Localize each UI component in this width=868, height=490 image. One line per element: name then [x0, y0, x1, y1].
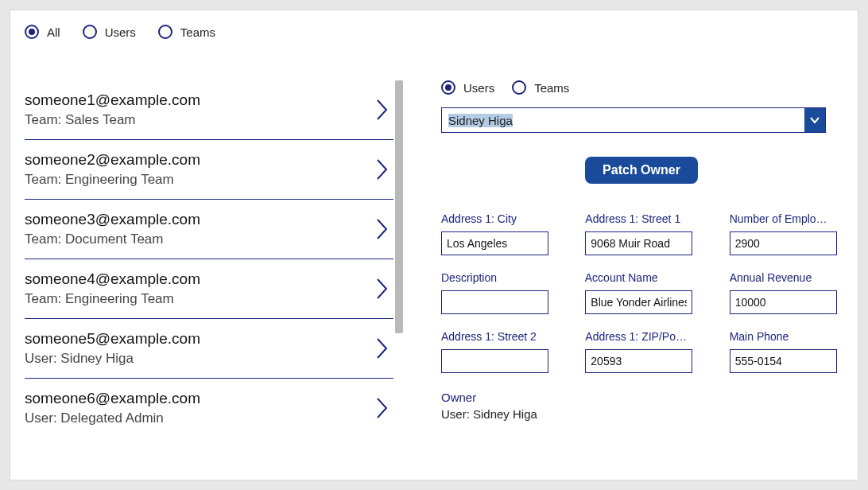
radio-icon: [512, 80, 526, 95]
list-panel: someone1@example.com Team: Sales Team so…: [25, 80, 403, 473]
owner-block: Owner User: Sidney Higa: [441, 391, 842, 421]
top-filter-group: All Users Teams: [25, 25, 843, 39]
radio-teams[interactable]: Teams: [158, 25, 215, 39]
list-item-sub: Team: Engineering Team: [25, 291, 200, 307]
field-street1: Address 1: Street 1: [585, 212, 697, 255]
list-item-email: someone2@example.com: [25, 151, 200, 169]
radio-label: Users: [105, 25, 136, 39]
field-description: Description: [441, 271, 553, 314]
chevron-right-icon: [376, 99, 389, 121]
field-label: Main Phone: [730, 330, 842, 343]
street1-input[interactable]: [585, 231, 692, 255]
list-item-sub: Team: Engineering Team: [25, 172, 200, 188]
patch-owner-button[interactable]: Patch Owner: [585, 157, 698, 184]
list-item-email: someone4@example.com: [25, 270, 200, 288]
owner-dropdown[interactable]: Sidney Higa: [441, 107, 826, 133]
revenue-input[interactable]: [730, 290, 837, 314]
list-item-sub: Team: Document Team: [25, 231, 200, 247]
app-window: All Users Teams someone1@example.com Tea…: [10, 10, 858, 480]
list-item-content: someone4@example.com Team: Engineering T…: [25, 270, 200, 307]
street2-input[interactable]: [441, 349, 548, 373]
field-label: Address 1: Street 1: [585, 212, 697, 225]
radio-icon: [25, 25, 39, 39]
list-item-sub: Team: Sales Team: [25, 112, 200, 128]
field-account: Account Name: [585, 271, 697, 314]
fields-grid: Address 1: City Address 1: Street 1 Numb…: [441, 212, 842, 373]
field-label: Account Name: [585, 271, 697, 284]
list-item[interactable]: someone3@example.com Team: Document Team: [25, 200, 393, 259]
radio-users[interactable]: Users: [83, 25, 136, 39]
list-item-email: someone1@example.com: [25, 91, 200, 109]
owner-label: Owner: [441, 391, 842, 404]
chevron-right-icon: [376, 278, 389, 300]
list-item-sub: User: Sidney Higa: [25, 351, 200, 367]
list-item-email: someone6@example.com: [25, 390, 200, 407]
radio-label: Teams: [534, 81, 569, 95]
owner-value: User: Sidney Higa: [441, 407, 842, 421]
list-item[interactable]: someone1@example.com Team: Sales Team: [25, 80, 393, 140]
list-item[interactable]: someone2@example.com Team: Engineering T…: [25, 140, 393, 200]
field-street2: Address 1: Street 2: [441, 330, 553, 373]
radio-icon: [158, 25, 172, 39]
radio-icon: [83, 25, 97, 39]
chevron-right-icon: [376, 337, 389, 360]
city-input[interactable]: [441, 231, 548, 255]
chevron-down-icon: [804, 108, 825, 132]
chevron-right-icon: [376, 218, 389, 240]
field-label: Number of Emplo…: [730, 212, 842, 225]
list-item-email: someone5@example.com: [25, 330, 200, 348]
radio-label: Users: [463, 81, 494, 95]
field-phone: Main Phone: [730, 330, 842, 373]
patch-button-wrap: Patch Owner: [441, 157, 842, 184]
field-label: Address 1: Street 2: [441, 330, 553, 343]
scrollbar[interactable]: [395, 80, 403, 333]
detail-panel: Users Teams Sidney Higa Patch Owner Addr…: [403, 80, 843, 473]
field-zip: Address 1: ZIP/Po…: [585, 330, 697, 373]
field-label: Annual Revenue: [730, 271, 842, 284]
list-container[interactable]: someone1@example.com Team: Sales Team so…: [25, 80, 393, 473]
list-item-content: someone6@example.com User: Delegated Adm…: [25, 390, 200, 426]
chevron-right-icon: [376, 158, 389, 181]
field-label: Address 1: City: [441, 212, 553, 225]
radio-label: All: [47, 25, 60, 39]
list-item[interactable]: someone6@example.com User: Delegated Adm…: [25, 379, 393, 438]
list-item-content: someone2@example.com Team: Engineering T…: [25, 151, 200, 188]
description-input[interactable]: [441, 290, 548, 314]
radio-teams-detail[interactable]: Teams: [512, 80, 569, 95]
radio-users-detail[interactable]: Users: [441, 80, 494, 95]
field-label: Address 1: ZIP/Po…: [585, 330, 697, 343]
field-employees: Number of Emplo…: [730, 212, 842, 255]
main-area: someone1@example.com Team: Sales Team so…: [25, 80, 843, 473]
list-item-sub: User: Delegated Admin: [25, 410, 200, 426]
list-item-email: someone3@example.com: [25, 211, 200, 228]
field-revenue: Annual Revenue: [730, 271, 842, 314]
field-city: Address 1: City: [441, 212, 553, 255]
detail-filter-group: Users Teams: [441, 80, 842, 95]
zip-input[interactable]: [585, 349, 692, 373]
dropdown-value: Sidney Higa: [442, 114, 519, 127]
list-item-content: someone5@example.com User: Sidney Higa: [25, 330, 200, 367]
radio-all[interactable]: All: [25, 25, 60, 39]
list-item-content: someone3@example.com Team: Document Team: [25, 211, 200, 247]
employees-input[interactable]: [730, 231, 837, 255]
account-input[interactable]: [585, 290, 692, 314]
list-item[interactable]: someone5@example.com User: Sidney Higa: [25, 319, 393, 379]
phone-input[interactable]: [730, 349, 837, 373]
field-label: Description: [441, 271, 553, 284]
list-item[interactable]: someone4@example.com Team: Engineering T…: [25, 259, 393, 319]
radio-icon: [441, 80, 455, 95]
chevron-right-icon: [376, 397, 389, 419]
radio-label: Teams: [180, 25, 215, 39]
list-item-content: someone1@example.com Team: Sales Team: [25, 91, 200, 128]
